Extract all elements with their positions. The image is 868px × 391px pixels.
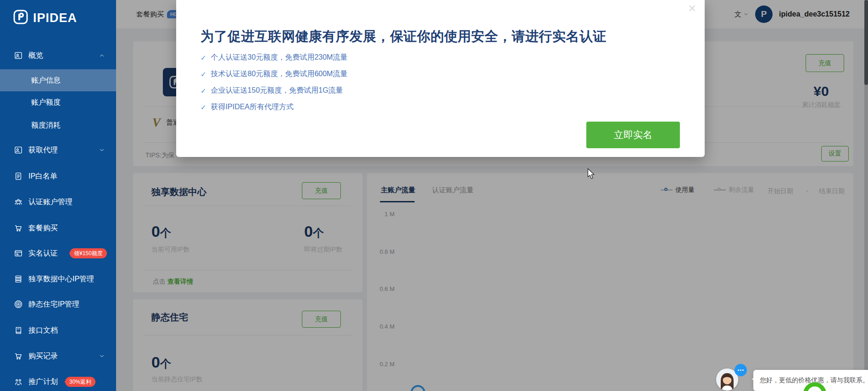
chevron-down-icon [99, 353, 105, 359]
chevron-up-icon [99, 52, 105, 59]
rings-icon [14, 300, 23, 309]
sidebar-item-label: 接口文档 [28, 326, 58, 335]
cart-icon [14, 223, 23, 233]
check-icon: ✓ [200, 70, 206, 78]
sidebar-item-label: 购买记录 [28, 352, 58, 361]
sidebar-item-purchase-history[interactable]: 购买记录 [0, 346, 116, 366]
brand-name: IPIDEA [33, 11, 77, 25]
cart-icon [14, 352, 23, 361]
chat-dots-icon [734, 364, 747, 376]
realname-bonus-badge: 领¥150额度 [70, 248, 107, 258]
id-card-icon [14, 145, 23, 155]
sidebar-item-label: 独享数据中心IP管理 [28, 274, 94, 284]
sidebar-item-account-quota[interactable]: 账户额度 [0, 92, 116, 112]
book-icon [14, 326, 23, 335]
benefit-item: ✓ 企业认证送150元额度，免费试用1G流量 [200, 86, 347, 95]
people-icon [14, 197, 23, 207]
check-icon: ✓ [200, 54, 206, 62]
sidebar-item-label: 静态住宅IP管理 [28, 300, 79, 309]
sidebar-item-label: 账户信息 [31, 76, 61, 85]
sidebar-item-referral-program[interactable]: 推广计划 30%返利 [0, 372, 116, 391]
server-stack-icon [14, 274, 23, 284]
close-icon[interactable]: ✕ [688, 4, 696, 14]
benefit-list: ✓ 个人认证送30元额度，免费试用230M流量 ✓ 技术认证送80元额度，免费试… [200, 53, 347, 112]
benefit-item: ✓ 个人认证送30元额度，免费试用230M流量 [200, 53, 347, 62]
benefit-text: 获得IPIDEA所有代理方式 [211, 102, 294, 112]
sidebar-item-label: 实名认证 [28, 249, 58, 258]
sidebar-item-dedicated-dc-ip[interactable]: 独享数据中心IP管理 [0, 269, 116, 289]
modal-title: 为了促进互联网健康有序发展，保证你的使用安全，请进行实名认证 [200, 28, 606, 46]
benefit-text: 技术认证送80元额度，免费试用600M流量 [211, 69, 348, 79]
sidebar-item-label: 推广计划 [28, 377, 58, 387]
verify-now-button[interactable]: 立即实名 [586, 122, 680, 148]
sidebar-item-overview[interactable]: 概览 [0, 45, 116, 66]
sidebar-item-realname-auth[interactable]: 实名认证 领¥150额度 [0, 243, 116, 263]
sidebar-item-label: 套餐购买 [28, 223, 58, 233]
sidebar-item-static-residential-ip[interactable]: 静态住宅IP管理 [0, 294, 116, 314]
chevron-down-icon [99, 147, 105, 153]
sidebar-item-ip-whitelist[interactable]: IP白名单 [0, 166, 116, 186]
sidebar-item-label: IP白名单 [28, 172, 57, 181]
check-icon: ✓ [200, 103, 206, 112]
id-badge-icon [14, 249, 23, 258]
benefit-text: 企业认证送150元额度，免费试用1G流量 [211, 86, 343, 95]
sidebar: IPIDEA 概览 账户信息 账户额度 额度消耗 获取代理 IP白名单 认证账户… [0, 0, 116, 391]
sidebar-item-plan-purchase[interactable]: 套餐购买 [0, 218, 116, 238]
document-icon [14, 172, 23, 181]
benefit-text: 个人认证送30元额度，免费试用230M流量 [211, 53, 348, 62]
sidebar-item-get-proxy[interactable]: 获取代理 [0, 140, 116, 160]
benefit-item: ✓ 技术认证送80元额度，免费试用600M流量 [200, 69, 347, 79]
sidebar-item-quota-usage[interactable]: 额度消耗 [0, 115, 116, 135]
ipidea-logo-icon [13, 9, 28, 27]
sidebar-item-label: 概览 [28, 51, 43, 61]
share-people-icon [14, 377, 23, 386]
referral-rebate-badge: 30%返利 [65, 377, 95, 387]
sidebar-item-label: 获取代理 [28, 145, 58, 155]
check-icon: ✓ [200, 87, 206, 95]
sidebar-item-auth-account-mgmt[interactable]: 认证账户管理 [0, 192, 116, 212]
sidebar-item-account-info[interactable]: 账户信息 [0, 69, 116, 91]
benefit-item: ✓ 获得IPIDEA所有代理方式 [200, 102, 347, 112]
id-card-icon [14, 51, 23, 60]
app-window: IPIDEA 概览 账户信息 账户额度 额度消耗 获取代理 IP白名单 认证账户… [0, 0, 868, 391]
sidebar-item-label: 账户额度 [31, 98, 61, 107]
realname-auth-modal: ✕ 为了促进互联网健康有序发展，保证你的使用安全，请进行实名认证 ✓ 个人认证送… [176, 0, 705, 157]
brand-logo[interactable]: IPIDEA [13, 9, 77, 27]
sidebar-item-label: 额度消耗 [31, 121, 61, 130]
sidebar-item-api-docs[interactable]: 接口文档 [0, 320, 116, 341]
sidebar-item-label: 认证账户管理 [28, 197, 72, 207]
